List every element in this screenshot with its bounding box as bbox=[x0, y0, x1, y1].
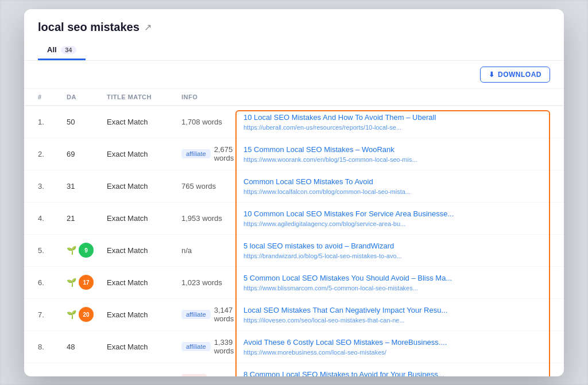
cell-da: 31 bbox=[67, 182, 107, 190]
result-title[interactable]: Common Local SEO Mistakes To Avoid bbox=[243, 177, 550, 187]
cell-content: 5 Common Local SEO Mistakes You Should A… bbox=[239, 273, 550, 291]
cell-match: Exact Match bbox=[107, 375, 181, 376]
cell-match: Exact Match bbox=[107, 310, 181, 319]
sprout-icon: 🌱 bbox=[67, 278, 76, 287]
cell-match: Exact Match bbox=[107, 343, 181, 351]
da-icon-wrap: 🌱9 bbox=[67, 243, 107, 258]
download-label: DOWNLOAD bbox=[498, 71, 541, 79]
cell-content: Common Local SEO Mistakes To Avoidhttps:… bbox=[239, 177, 550, 195]
words-count: 2,675 words bbox=[214, 145, 239, 162]
result-url[interactable]: https://uberall.com/en-us/resources/repo… bbox=[243, 124, 550, 131]
da-score-circle: 20 bbox=[79, 307, 94, 322]
cell-info: affiliate1,339 words bbox=[181, 338, 239, 355]
cell-da: 🌱20 bbox=[67, 307, 107, 322]
result-url[interactable]: https://iloveseo.com/seo/local-seo-mista… bbox=[243, 317, 550, 324]
result-title[interactable]: Local SEO Mistakes That Can Negatively I… bbox=[243, 305, 550, 316]
sprout-icon: 🌱 bbox=[67, 246, 76, 255]
cell-content: Local SEO Mistakes That Can Negatively I… bbox=[239, 305, 550, 324]
cell-info: affiliate3,147 words bbox=[181, 306, 239, 323]
table-row: 2.69Exact Matchaffiliate2,675 words15 Co… bbox=[24, 138, 564, 170]
modal-dialog: local seo mistakes ↗ All 34 ⬇ DOWNLOAD bbox=[24, 9, 564, 376]
tab-all-badge: 34 bbox=[61, 46, 76, 54]
download-icon: ⬇ bbox=[489, 71, 495, 79]
cell-number: 7. bbox=[38, 310, 67, 319]
cell-match: Exact Match bbox=[107, 182, 181, 190]
words-count: 1,339 words bbox=[214, 338, 239, 355]
words-count: 1,023 words bbox=[181, 278, 222, 287]
table-toolbar: ⬇ DOWNLOAD bbox=[24, 61, 564, 89]
modal-title: local seo mistakes bbox=[38, 21, 140, 34]
table-row: 6.🌱17Exact Match1,023 words5 Common Loca… bbox=[24, 267, 564, 299]
cell-info: 1,953 words bbox=[181, 214, 239, 223]
result-title[interactable]: Avoid These 6 Costly Local SEO Mistakes … bbox=[243, 337, 550, 348]
table-row: 1.50Exact Match1,708 words10 Local SEO M… bbox=[24, 106, 564, 138]
words-count: 765 words bbox=[181, 182, 216, 190]
cell-number: 1. bbox=[38, 118, 67, 126]
cell-da: 🌱17 bbox=[67, 275, 107, 290]
modal-body: ⬇ DOWNLOAD # DA TITLE MATCH INFO 1.50Exa… bbox=[24, 61, 564, 376]
result-url[interactable]: https://www.localfalcon.com/blog/common-… bbox=[243, 188, 550, 195]
cell-content: 10 Common Local SEO Mistakes For Service… bbox=[239, 209, 550, 227]
result-title[interactable]: 10 Local SEO Mistakes And How To Avoid T… bbox=[243, 112, 550, 123]
result-url[interactable]: https://www.blissmarcom.com/5-common-loc… bbox=[243, 285, 550, 291]
cell-number: 9. bbox=[38, 375, 67, 376]
table-header: # DA TITLE MATCH INFO bbox=[24, 89, 564, 106]
modal-title-row: local seo mistakes ↗ bbox=[38, 21, 550, 34]
result-title[interactable]: 5 Common Local SEO Mistakes You Should A… bbox=[243, 273, 550, 283]
result-title[interactable]: 10 Common Local SEO Mistakes For Service… bbox=[243, 209, 550, 219]
badge-affiliate: affiliate bbox=[181, 310, 211, 319]
da-score-circle: 17 bbox=[79, 275, 94, 290]
cell-number: 2. bbox=[38, 150, 67, 158]
da-score-circle: 9 bbox=[79, 243, 94, 258]
tab-all-label: All bbox=[47, 45, 57, 54]
cell-number: 8. bbox=[38, 343, 67, 351]
tab-all[interactable]: All 34 bbox=[38, 41, 86, 60]
cell-info: 765 words bbox=[181, 182, 239, 190]
badge-affiliate: affiliate bbox=[181, 149, 211, 158]
cell-da: 69 bbox=[67, 150, 107, 158]
result-url[interactable]: https://www.morebusiness.com/local-seo-m… bbox=[243, 349, 550, 356]
table-row: 5.🌱9Exact Matchn/a5 local SEO mistakes t… bbox=[24, 235, 564, 267]
cell-content: 5 local SEO mistakes to avoid – BrandWiz… bbox=[239, 241, 550, 259]
table-section: ⬇ DOWNLOAD # DA TITLE MATCH INFO 1.50Exa… bbox=[24, 61, 564, 376]
sprout-icon: 🌱 bbox=[67, 310, 76, 319]
words-count: 1,708 words bbox=[181, 118, 222, 126]
result-url[interactable]: https://www.agiledigitalagency.com/blog/… bbox=[243, 220, 550, 227]
result-title[interactable]: 8 Common Local SEO Mistakes to Avoid for… bbox=[243, 370, 550, 376]
result-url[interactable]: https://brandwizard.io/blog/5-local-seo-… bbox=[243, 252, 550, 259]
cell-info: n/a bbox=[181, 246, 239, 255]
col-header-num: # bbox=[38, 94, 67, 100]
external-link-icon[interactable]: ↗ bbox=[144, 22, 152, 33]
cell-match: Exact Match bbox=[107, 214, 181, 223]
table-body: 1.50Exact Match1,708 words10 Local SEO M… bbox=[24, 106, 564, 376]
cell-content: 15 Common Local SEO Mistakes – WooRankht… bbox=[239, 145, 550, 163]
cell-match: Exact Match bbox=[107, 278, 181, 287]
modal-overlay: local seo mistakes ↗ All 34 ⬇ DOWNLOAD bbox=[0, 0, 588, 385]
table-row: 7.🌱20Exact Matchaffiliate3,147 wordsLoca… bbox=[24, 299, 564, 331]
result-url[interactable]: https://www.woorank.com/en/blog/15-commo… bbox=[243, 156, 550, 163]
col-header-info: INFO bbox=[181, 94, 239, 100]
cell-da: 🌱9 bbox=[67, 243, 107, 258]
tabs-row: All 34 bbox=[38, 41, 550, 60]
cell-match: Exact Match bbox=[107, 150, 181, 158]
table-row: 3.31Exact Match765 wordsCommon Local SEO… bbox=[24, 170, 564, 203]
cell-da: 21 bbox=[67, 214, 107, 223]
table-row: 8.48Exact Matchaffiliate1,339 wordsAvoid… bbox=[24, 331, 564, 363]
da-icon-wrap: 🌱17 bbox=[67, 275, 107, 290]
cell-content: 8 Common Local SEO Mistakes to Avoid for… bbox=[239, 370, 550, 376]
cell-content: 10 Local SEO Mistakes And How To Avoid T… bbox=[239, 112, 550, 131]
modal-header: local seo mistakes ↗ All 34 bbox=[24, 9, 564, 61]
words-count: 3,147 words bbox=[214, 306, 239, 323]
cell-number: 3. bbox=[38, 182, 67, 190]
result-title[interactable]: 5 local SEO mistakes to avoid – BrandWiz… bbox=[243, 241, 550, 251]
words-count: 1,953 words bbox=[181, 214, 222, 223]
cell-info: social bbox=[181, 374, 239, 376]
result-title[interactable]: 15 Common Local SEO Mistakes – WooRank bbox=[243, 145, 550, 155]
badge-social: social bbox=[181, 374, 207, 376]
cell-info: 1,023 words bbox=[181, 278, 239, 287]
cell-match: Exact Match bbox=[107, 118, 181, 126]
cell-number: 4. bbox=[38, 214, 67, 223]
table-row: 4.21Exact Match1,953 words10 Common Loca… bbox=[24, 203, 564, 235]
da-icon-wrap: 🌱20 bbox=[67, 307, 107, 322]
download-button[interactable]: ⬇ DOWNLOAD bbox=[480, 67, 551, 83]
